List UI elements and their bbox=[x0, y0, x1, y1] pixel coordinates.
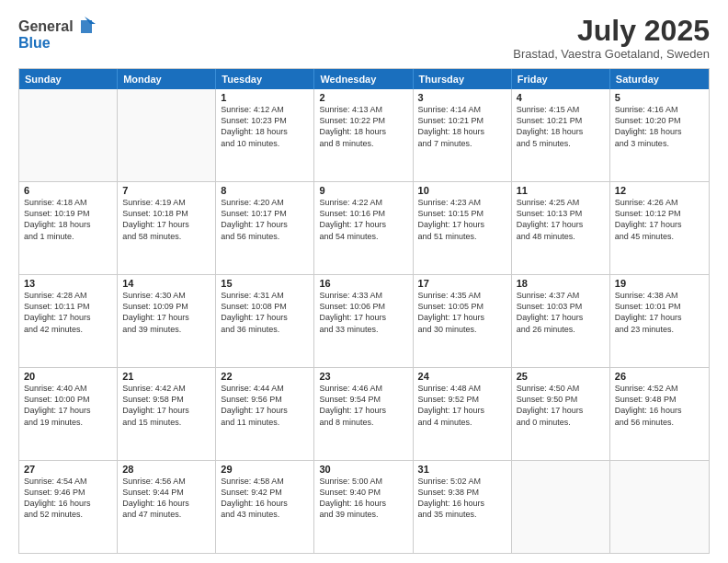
cal-cell: 17Sunrise: 4:35 AMSunset: 10:05 PMDaylig… bbox=[414, 275, 512, 367]
day-number: 18 bbox=[517, 278, 605, 289]
day-number: 15 bbox=[221, 278, 309, 289]
title-block: July 2025 Brastad, Vaestra Goetaland, Sw… bbox=[513, 15, 710, 61]
day-number: 17 bbox=[418, 278, 506, 289]
day-number: 12 bbox=[615, 185, 704, 196]
cell-text: Sunrise: 4:50 AMSunset: 9:50 PMDaylight:… bbox=[517, 383, 605, 428]
week-row-3: 13Sunrise: 4:28 AMSunset: 10:11 PMDaylig… bbox=[19, 275, 709, 368]
header-day-tuesday: Tuesday bbox=[216, 69, 314, 89]
day-number: 29 bbox=[221, 464, 309, 475]
day-number: 20 bbox=[24, 371, 112, 382]
cell-text: Sunrise: 4:31 AMSunset: 10:08 PMDaylight… bbox=[221, 290, 309, 335]
logo-svg: General Blue bbox=[18, 15, 115, 53]
cal-cell: 12Sunrise: 4:26 AMSunset: 10:12 PMDaylig… bbox=[610, 182, 709, 274]
cal-cell: 31Sunrise: 5:02 AMSunset: 9:38 PMDayligh… bbox=[414, 461, 512, 553]
cal-cell bbox=[118, 89, 216, 181]
cal-cell: 30Sunrise: 5:00 AMSunset: 9:40 PMDayligh… bbox=[314, 461, 413, 553]
cal-cell: 5Sunrise: 4:16 AMSunset: 10:20 PMDayligh… bbox=[610, 89, 709, 181]
cal-cell: 6Sunrise: 4:18 AMSunset: 10:19 PMDayligh… bbox=[19, 182, 118, 274]
cell-text: Sunrise: 4:48 AMSunset: 9:52 PMDaylight:… bbox=[418, 383, 506, 428]
week-row-2: 6Sunrise: 4:18 AMSunset: 10:19 PMDayligh… bbox=[19, 182, 709, 275]
day-number: 6 bbox=[24, 185, 112, 196]
cell-text: Sunrise: 4:56 AMSunset: 9:44 PMDaylight:… bbox=[122, 476, 210, 521]
cal-cell: 16Sunrise: 4:33 AMSunset: 10:06 PMDaylig… bbox=[314, 275, 413, 367]
cell-text: Sunrise: 4:20 AMSunset: 10:17 PMDaylight… bbox=[221, 197, 309, 242]
calendar-body: 1Sunrise: 4:12 AMSunset: 10:23 PMDayligh… bbox=[19, 89, 709, 553]
cal-cell: 29Sunrise: 4:58 AMSunset: 9:42 PMDayligh… bbox=[216, 461, 314, 553]
day-number: 16 bbox=[319, 278, 407, 289]
cal-cell: 9Sunrise: 4:22 AMSunset: 10:16 PMDayligh… bbox=[314, 182, 413, 274]
cell-text: Sunrise: 4:40 AMSunset: 10:00 PMDaylight… bbox=[24, 383, 112, 428]
logo-text: General Blue bbox=[18, 15, 115, 57]
header-day-thursday: Thursday bbox=[414, 69, 512, 89]
day-number: 2 bbox=[319, 92, 407, 103]
day-number: 7 bbox=[122, 185, 210, 196]
day-number: 27 bbox=[24, 464, 112, 475]
cal-cell: 23Sunrise: 4:46 AMSunset: 9:54 PMDayligh… bbox=[314, 368, 413, 460]
header-day-friday: Friday bbox=[512, 69, 610, 89]
cell-text: Sunrise: 5:00 AMSunset: 9:40 PMDaylight:… bbox=[319, 476, 407, 521]
day-number: 28 bbox=[122, 464, 210, 475]
cell-text: Sunrise: 4:38 AMSunset: 10:01 PMDaylight… bbox=[615, 290, 704, 335]
day-number: 4 bbox=[517, 92, 605, 103]
cell-text: Sunrise: 4:12 AMSunset: 10:23 PMDaylight… bbox=[221, 104, 309, 149]
header-day-monday: Monday bbox=[118, 69, 216, 89]
cal-cell: 21Sunrise: 4:42 AMSunset: 9:58 PMDayligh… bbox=[118, 368, 216, 460]
cal-cell: 19Sunrise: 4:38 AMSunset: 10:01 PMDaylig… bbox=[610, 275, 709, 367]
cell-text: Sunrise: 4:33 AMSunset: 10:06 PMDaylight… bbox=[319, 290, 407, 335]
day-number: 14 bbox=[122, 278, 210, 289]
day-number: 22 bbox=[221, 371, 309, 382]
cell-text: Sunrise: 4:42 AMSunset: 9:58 PMDaylight:… bbox=[122, 383, 210, 428]
cal-cell: 4Sunrise: 4:15 AMSunset: 10:21 PMDayligh… bbox=[512, 89, 610, 181]
cal-cell: 3Sunrise: 4:14 AMSunset: 10:21 PMDayligh… bbox=[414, 89, 512, 181]
day-number: 23 bbox=[319, 371, 407, 382]
cal-cell: 28Sunrise: 4:56 AMSunset: 9:44 PMDayligh… bbox=[118, 461, 216, 553]
cell-text: Sunrise: 4:26 AMSunset: 10:12 PMDaylight… bbox=[615, 197, 704, 242]
day-number: 13 bbox=[24, 278, 112, 289]
calendar: SundayMondayTuesdayWednesdayThursdayFrid… bbox=[18, 68, 710, 554]
cell-text: Sunrise: 4:37 AMSunset: 10:03 PMDaylight… bbox=[517, 290, 605, 335]
cal-cell: 26Sunrise: 4:52 AMSunset: 9:48 PMDayligh… bbox=[610, 368, 709, 460]
day-number: 1 bbox=[221, 92, 309, 103]
cal-cell: 15Sunrise: 4:31 AMSunset: 10:08 PMDaylig… bbox=[216, 275, 314, 367]
week-row-1: 1Sunrise: 4:12 AMSunset: 10:23 PMDayligh… bbox=[19, 89, 709, 182]
cell-text: Sunrise: 4:13 AMSunset: 10:22 PMDaylight… bbox=[319, 104, 407, 149]
header-day-wednesday: Wednesday bbox=[314, 69, 413, 89]
cell-text: Sunrise: 4:22 AMSunset: 10:16 PMDaylight… bbox=[319, 197, 407, 242]
day-number: 25 bbox=[517, 371, 605, 382]
cell-text: Sunrise: 5:02 AMSunset: 9:38 PMDaylight:… bbox=[418, 476, 506, 521]
cal-cell: 13Sunrise: 4:28 AMSunset: 10:11 PMDaylig… bbox=[19, 275, 118, 367]
week-row-5: 27Sunrise: 4:54 AMSunset: 9:46 PMDayligh… bbox=[19, 461, 709, 553]
day-number: 31 bbox=[418, 464, 506, 475]
cal-cell: 25Sunrise: 4:50 AMSunset: 9:50 PMDayligh… bbox=[512, 368, 610, 460]
cell-text: Sunrise: 4:25 AMSunset: 10:13 PMDaylight… bbox=[517, 197, 605, 242]
header-day-sunday: Sunday bbox=[19, 69, 118, 89]
day-number: 5 bbox=[615, 92, 704, 103]
day-number: 3 bbox=[418, 92, 506, 103]
cal-cell: 10Sunrise: 4:23 AMSunset: 10:15 PMDaylig… bbox=[414, 182, 512, 274]
cal-cell bbox=[610, 461, 709, 553]
calendar-header: SundayMondayTuesdayWednesdayThursdayFrid… bbox=[19, 69, 709, 89]
logo: General Blue bbox=[18, 15, 115, 57]
cal-cell: 18Sunrise: 4:37 AMSunset: 10:03 PMDaylig… bbox=[512, 275, 610, 367]
cell-text: Sunrise: 4:46 AMSunset: 9:54 PMDaylight:… bbox=[319, 383, 407, 428]
svg-text:Blue: Blue bbox=[18, 35, 51, 51]
day-number: 9 bbox=[319, 185, 407, 196]
month-title: July 2025 bbox=[513, 15, 710, 47]
day-number: 26 bbox=[615, 371, 704, 382]
day-number: 21 bbox=[122, 371, 210, 382]
day-number: 19 bbox=[615, 278, 704, 289]
cell-text: Sunrise: 4:44 AMSunset: 9:56 PMDaylight:… bbox=[221, 383, 309, 428]
week-row-4: 20Sunrise: 4:40 AMSunset: 10:00 PMDaylig… bbox=[19, 368, 709, 461]
cell-text: Sunrise: 4:52 AMSunset: 9:48 PMDaylight:… bbox=[615, 383, 704, 428]
cal-cell: 20Sunrise: 4:40 AMSunset: 10:00 PMDaylig… bbox=[19, 368, 118, 460]
cal-cell: 8Sunrise: 4:20 AMSunset: 10:17 PMDayligh… bbox=[216, 182, 314, 274]
cell-text: Sunrise: 4:15 AMSunset: 10:21 PMDaylight… bbox=[517, 104, 605, 149]
header: General Blue July 2025 Brastad, Vaestra … bbox=[18, 15, 710, 61]
cell-text: Sunrise: 4:58 AMSunset: 9:42 PMDaylight:… bbox=[221, 476, 309, 521]
cal-cell bbox=[512, 461, 610, 553]
cell-text: Sunrise: 4:18 AMSunset: 10:19 PMDaylight… bbox=[24, 197, 112, 242]
cell-text: Sunrise: 4:30 AMSunset: 10:09 PMDaylight… bbox=[122, 290, 210, 335]
day-number: 30 bbox=[319, 464, 407, 475]
day-number: 8 bbox=[221, 185, 309, 196]
cal-cell: 22Sunrise: 4:44 AMSunset: 9:56 PMDayligh… bbox=[216, 368, 314, 460]
